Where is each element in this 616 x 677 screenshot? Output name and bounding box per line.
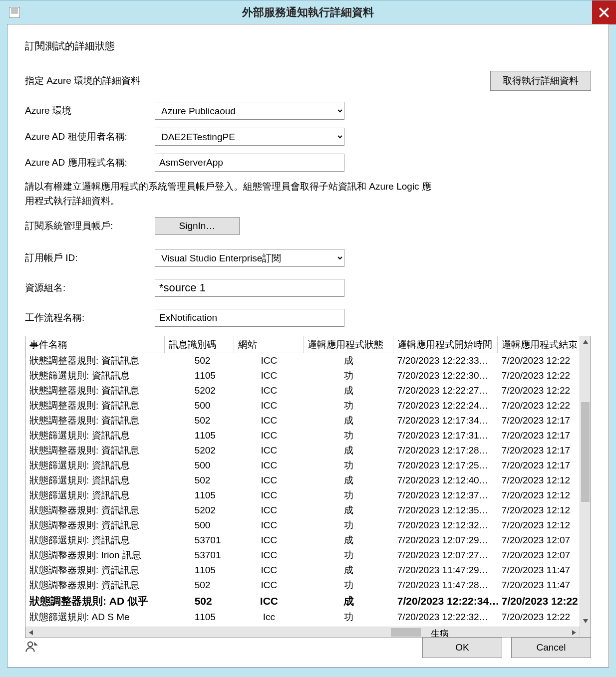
table-cell: 7/20/2023 12:07 (498, 550, 580, 561)
table-cell: 7/20/2023 12:22 (498, 595, 580, 607)
feedback-icon[interactable] (25, 640, 39, 656)
resource-group-input[interactable] (155, 279, 344, 297)
table-cell: 功 (304, 459, 393, 472)
scroll-left-arrow[interactable] (25, 627, 36, 638)
table-cell: 7/20/2023 12:17 (498, 460, 580, 471)
table-row[interactable]: 狀態調整器規則: 資訊訊息5202ICC成7/20/2023 12:22:27…… (25, 383, 580, 398)
table-cell: 狀態調整器規則: 資訊訊息 (25, 384, 165, 397)
table-cell: 7/20/2023 12:17 (498, 445, 580, 456)
tenant-select[interactable]: DAE2ETestingPE (155, 128, 344, 146)
table-cell: 500 (165, 400, 235, 411)
signin-hint: 請以有權建立邏輯應用程式的系統管理員帳戶登入。組態管理員會取得子站資訊和 Azu… (25, 180, 434, 208)
table-cell: ICC (234, 580, 304, 591)
table-cell: ICC (234, 520, 304, 531)
table-cell: 狀態篩選規則: 資訊訊息 (25, 459, 165, 472)
table-cell: 7/20/2023 12:17 (498, 415, 580, 426)
table-cell: 7/20/2023 12:12:40… (393, 475, 498, 486)
get-details-button[interactable]: 取得執行詳細資料 (490, 71, 591, 91)
col-start-time[interactable]: 邏輯應用程式開始時間 (393, 336, 498, 353)
table-cell: 狀態篩選規則: 資訊訊息 (25, 534, 165, 547)
table-cell: 成 (304, 444, 393, 457)
table-cell: 7/20/2023 12:12:35… (393, 505, 498, 516)
table-cell: Icc (234, 612, 304, 623)
table-row[interactable]: 狀態篩選規則: 資訊訊息500ICC功7/20/2023 12:17:25…7/… (25, 458, 580, 473)
table-cell: 狀態篩選規則: AD S Me (25, 611, 165, 624)
hscroll-thumb[interactable] (391, 628, 421, 637)
table-cell: 狀態篩選規則: 資訊訊息 (25, 369, 165, 382)
ok-button[interactable]: OK (422, 637, 502, 658)
scroll-up-arrow[interactable] (580, 336, 591, 347)
table-cell: 502 (165, 595, 235, 607)
azure-env-select[interactable]: Azure Publicaoud (155, 102, 344, 120)
table-cell: 502 (165, 355, 235, 366)
table-cell: 狀態調整器規則: 資訊訊息 (25, 414, 165, 427)
table-cell: 7/20/2023 11:47 (498, 580, 580, 591)
table-cell: ICC (234, 400, 304, 411)
window-title: 外部服務通知執行詳細資料 (0, 5, 616, 20)
table-cell: 功 (304, 549, 393, 562)
table-cell: 1105 (165, 430, 235, 441)
svg-point-0 (28, 642, 32, 646)
table-cell: 1105 (165, 565, 235, 576)
table-cell: 502 (165, 475, 235, 486)
scroll-right-arrow[interactable] (569, 627, 580, 638)
table-cell: 成 (304, 474, 393, 487)
vscroll-thumb[interactable] (581, 402, 590, 502)
table-row[interactable]: 狀態調整器規則: 資訊訊息1105ICC成7/20/2023 11:47:29…… (25, 563, 580, 578)
scroll-down-arrow[interactable] (580, 616, 591, 627)
table-row[interactable]: 狀態篩選規則: 資訊訊息1105ICC功7/20/2023 12:12:37…7… (25, 488, 580, 503)
table-row[interactable]: 狀態調整器規則: 資訊訊息5202ICC成7/20/2023 12:12:35…… (25, 503, 580, 518)
table-row[interactable]: 狀態篩選規則: AD S Me1105Icc功7/20/2023 12:22:3… (25, 610, 580, 625)
table-row[interactable]: 狀態調整器規則: 資訊訊息502ICC功7/20/2023 11:47:28…7… (25, 578, 580, 593)
col-event-name[interactable]: 事件名稱 (25, 336, 165, 353)
table-cell: 7/20/2023 12:22 (498, 385, 580, 396)
table-row[interactable]: 狀態調整器規則: Irion 訊息53701ICC功7/20/2023 12:0… (25, 548, 580, 563)
sub-id-select[interactable]: Visual Studio Enterprise訂閱 (155, 249, 344, 267)
table-row[interactable]: 狀態篩選規則: 資訊訊息1105ICC功7/20/2023 12:17:31…7… (25, 428, 580, 443)
table-row[interactable]: 狀態調整器規則: 資訊訊息500ICC功7/20/2023 12:22:24…7… (25, 398, 580, 413)
table-row[interactable]: 狀態篩選規則: 資訊訊息53701ICC成7/20/2023 12:07:29…… (25, 533, 580, 548)
table-cell: 502 (165, 580, 235, 591)
col-end-time[interactable]: 邏輯應用程式結束 (498, 336, 580, 353)
table-cell: 狀態調整器規則: 資訊訊息 (25, 444, 165, 457)
table-cell: ICC (234, 550, 304, 561)
table-row[interactable]: 狀態調整器規則: 資訊訊息502ICC成7/20/2023 12:17:34…7… (25, 413, 580, 428)
table-row[interactable]: 狀態篩選規則: 資訊訊息502ICC成7/20/2023 12:12:40…7/… (25, 473, 580, 488)
table-row[interactable]: 狀態調整器規則: 資訊訊息502ICC成7/20/2023 12:22:33…7… (25, 353, 580, 368)
table-cell: 成 (304, 414, 393, 427)
workflow-name-input[interactable] (155, 309, 344, 327)
signin-button[interactable]: SignIn… (155, 217, 240, 235)
table-cell: 成 (304, 534, 393, 547)
table-cell: ICC (234, 565, 304, 576)
table-cell: 1105 (165, 370, 235, 381)
table-cell: 功 (304, 399, 393, 412)
col-app-status[interactable]: 邏輯應用程式狀態 (304, 336, 393, 353)
table-cell: 7/20/2023 12:17:31… (393, 430, 498, 441)
table-cell: 狀態調整器規則: 資訊訊息 (25, 504, 165, 517)
vertical-scrollbar[interactable] (580, 336, 591, 638)
sub-id-label: 訂用帳戶 ID: (25, 251, 155, 264)
grid-header: 事件名稱 訊息識別碼 網站 邏輯應用程式狀態 邏輯應用程式開始時間 邏輯應用程式… (25, 336, 580, 353)
close-button[interactable] (592, 0, 616, 24)
table-row[interactable]: 狀態調整器規則: AD 似乎502ICC成7/20/2023 12:22:34…… (25, 593, 580, 610)
table-cell: 7/20/2023 12:17 (498, 430, 580, 441)
cancel-button[interactable]: Cancel (511, 637, 591, 658)
app-name-input[interactable] (155, 154, 344, 172)
col-site[interactable]: 網站 (234, 336, 304, 353)
table-cell: 7/20/2023 12:22 (498, 400, 580, 411)
table-cell: ICC (234, 475, 304, 486)
table-cell: ICC (234, 445, 304, 456)
dialog-content: 訂閱測試的詳細狀態 指定 Azure 環境的詳細資料 取得執行詳細資料 Azur… (7, 24, 609, 668)
table-cell: ICC (234, 385, 304, 396)
table-cell: ICC (234, 595, 304, 607)
table-row[interactable]: 狀態調整器規則: 資訊訊息5202ICC成7/20/2023 12:17:28…… (25, 443, 580, 458)
table-row[interactable]: 狀態篩選規則: 資訊訊息1105ICC功7/20/2023 12:22:30…7… (25, 368, 580, 383)
horizontal-scrollbar[interactable]: 生病 (25, 627, 580, 638)
results-grid: 事件名稱 訊息識別碼 網站 邏輯應用程式狀態 邏輯應用程式開始時間 邏輯應用程式… (25, 336, 591, 638)
col-msg-id[interactable]: 訊息識別碼 (165, 336, 234, 353)
table-cell: 502 (165, 415, 235, 426)
table-cell: 7/20/2023 12:12 (498, 490, 580, 501)
table-row[interactable]: 狀態調整器規則: 資訊訊息500ICC功7/20/2023 12:12:32…7… (25, 518, 580, 533)
table-cell: 5202 (165, 385, 235, 396)
table-cell: 7/20/2023 12:12 (498, 505, 580, 516)
